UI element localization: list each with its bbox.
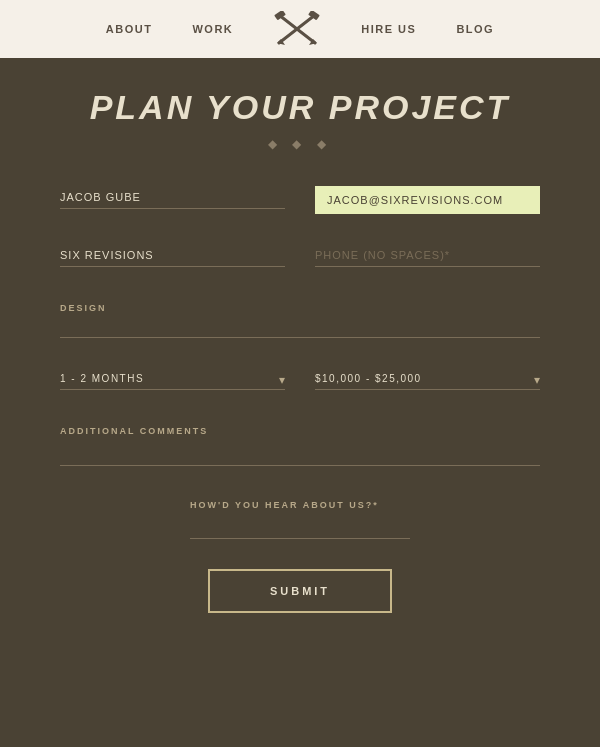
hear-col: HOW'D YOU HEAR ABOUT US?*	[190, 500, 410, 539]
phone-input[interactable]	[315, 244, 540, 267]
name-col	[60, 186, 285, 214]
hear-row: HOW'D YOU HEAR ABOUT US?*	[60, 500, 540, 539]
budget-select-wrapper: $10,000 - $25,000 $25,000 - $50,000 $50,…	[315, 368, 540, 390]
phone-col	[315, 244, 540, 267]
name-email-row	[60, 186, 540, 214]
email-col	[315, 186, 540, 214]
name-input[interactable]	[60, 186, 285, 209]
nav-about[interactable]: ABOUT	[106, 23, 153, 35]
timeline-select-wrapper: 1 - 2 MONTHS 3 - 6 MONTHS 6 - 12 MONTHS …	[60, 368, 285, 390]
submit-area: SUBMIT	[60, 569, 540, 613]
page-title: Plan Your Project	[60, 88, 540, 127]
email-input[interactable]	[315, 186, 540, 214]
budget-col: $10,000 - $25,000 $25,000 - $50,000 $50,…	[315, 368, 540, 390]
company-input[interactable]	[60, 244, 285, 267]
logo-icon[interactable]	[273, 11, 321, 47]
nav-work[interactable]: WORK	[192, 23, 233, 35]
hear-label: HOW'D YOU HEAR ABOUT US?*	[190, 500, 410, 510]
timeline-budget-row: 1 - 2 MONTHS 3 - 6 MONTHS 6 - 12 MONTHS …	[60, 368, 540, 390]
nav-blog[interactable]: BLOG	[456, 23, 494, 35]
timeline-select[interactable]: 1 - 2 MONTHS 3 - 6 MONTHS 6 - 12 MONTHS …	[60, 368, 285, 390]
service-input[interactable]	[60, 315, 540, 338]
company-col	[60, 244, 285, 267]
navigation: ABOUT WORK HIRE US BLOG	[0, 0, 600, 58]
comments-row: ADDITIONAL COMMENTS	[60, 420, 540, 470]
nav-hire-us[interactable]: HIRE US	[361, 23, 416, 35]
hear-input[interactable]	[190, 516, 410, 539]
service-row: DESIGN	[60, 297, 540, 338]
divider: ◆ ◆ ◆	[60, 137, 540, 151]
budget-select[interactable]: $10,000 - $25,000 $25,000 - $50,000 $50,…	[315, 368, 540, 390]
submit-button[interactable]: SUBMIT	[208, 569, 392, 613]
company-phone-row	[60, 244, 540, 267]
service-label: DESIGN	[60, 303, 107, 313]
timeline-col: 1 - 2 MONTHS 3 - 6 MONTHS 6 - 12 MONTHS …	[60, 368, 285, 390]
comments-label: ADDITIONAL COMMENTS	[60, 426, 208, 436]
comments-input[interactable]	[60, 438, 540, 466]
main-content: Plan Your Project ◆ ◆ ◆ DESIGN	[0, 58, 600, 663]
project-form: DESIGN 1 - 2 MONTHS 3 - 6 MONTHS 6 - 12 …	[60, 186, 540, 613]
